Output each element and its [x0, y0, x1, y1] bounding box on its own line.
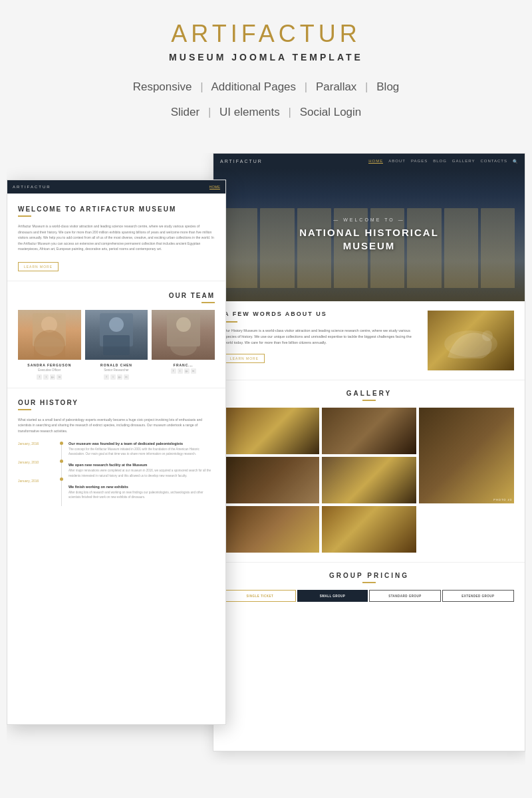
gallery-cell-4: [224, 457, 319, 503]
hero-title: NATIONAL HISTORICAL MUSEUM: [291, 226, 447, 252]
gallery-cell-3: PHOTO #3: [419, 408, 514, 503]
separator-2: |: [305, 80, 307, 93]
back-nav-search-icon: 🔍: [513, 159, 518, 164]
svg-point-9: [176, 317, 191, 332]
history-timeline: January, 2016 January, 2010 January, 201…: [18, 442, 215, 506]
social-gp-2[interactable]: g+: [117, 374, 122, 380]
timeline-items: Our museum was founded by a team of dedi…: [68, 442, 215, 506]
timeline-date-2: January, 2010: [18, 460, 55, 464]
gallery-title: GALLERY: [224, 390, 514, 397]
back-preview: ARTIFACTUR HOME ABOUT PAGES BLOG GALLERY…: [213, 153, 525, 751]
header-section: ARTIFACTUR MUSEUM JOOMLA TEMPLATE Respon…: [0, 0, 532, 140]
timeline-date-1: January, 2016: [18, 442, 55, 446]
gallery-grid: PHOTO #3: [224, 408, 514, 553]
back-about-text: A FEW WORDS ABOUT US Our History Museum …: [224, 311, 420, 370]
svg-point-4: [35, 336, 64, 356]
brand-title: ARTIFACTUR: [13, 20, 519, 48]
back-about-body: Our History Museum is a world-class visi…: [224, 328, 420, 345]
back-nav-pages: PAGES: [411, 159, 428, 164]
social-in-1[interactable]: in: [57, 374, 62, 380]
features-line-1: Responsive | Additional Pages | Parallax…: [13, 76, 519, 98]
feature-parallax: Parallax: [316, 80, 356, 93]
timeline-item-body-2: After major renovations were completed a…: [68, 468, 215, 477]
social-fb-3[interactable]: f: [171, 368, 176, 374]
back-about-image: [428, 311, 514, 370]
front-team-section: OUR TEAM SANDRA FERGUSON Executive Offic: [7, 281, 225, 388]
preview-container: ARTIFACTUR HOME ABOUT PAGES BLOG GALLERY…: [7, 153, 525, 765]
front-nav-logo: ARTIFACTUR: [13, 185, 51, 189]
front-team-title: OUR TEAM: [18, 292, 215, 299]
svg-point-1: [482, 331, 493, 341]
timeline-item-title-2: We open new research facility at the Mus…: [68, 463, 215, 467]
team-name-3: FRANC...: [152, 363, 215, 367]
front-history-underline: [18, 409, 31, 410]
gallery-cell-1: [224, 408, 319, 454]
front-history-body: What started as a small band of paleonto…: [18, 417, 215, 434]
back-nav: ARTIFACTUR HOME ABOUT PAGES BLOG GALLERY…: [213, 154, 525, 168]
gallery-underline: [362, 400, 376, 401]
back-nav-blog: BLOG: [433, 159, 447, 164]
back-about-section: A FEW WORDS ABOUT US Our History Museum …: [213, 301, 525, 380]
timeline-item-title-3: We finish working on new exhibits: [68, 485, 215, 489]
person-3-svg: [154, 310, 213, 360]
back-nav-links: HOME ABOUT PAGES BLOG GALLERY CONTACTS 🔍: [368, 159, 518, 164]
tab-extended-group[interactable]: EXTENDED GROUP: [442, 590, 514, 602]
tab-single-ticket[interactable]: SINGLE TICKET: [224, 590, 296, 602]
timeline-dates: January, 2016 January, 2010 January, 201…: [18, 442, 55, 506]
timeline-line: [61, 442, 62, 506]
gallery-cell-7: [322, 506, 417, 553]
front-learn-more-button[interactable]: LEARN MORE: [18, 262, 59, 271]
front-welcome-section: WELCOME TO ARTIFACTUR MUSEUM Artifactur …: [7, 194, 225, 281]
team-member-3: FRANC... f t g+ in: [152, 310, 215, 380]
timeline-item-2: We open new research facility at the Mus…: [68, 463, 215, 477]
hero-welcome: — WELCOME TO —: [291, 217, 447, 222]
social-tw-2[interactable]: t: [110, 374, 116, 380]
social-gp-1[interactable]: g+: [50, 374, 55, 380]
timeline-dot-1: [60, 442, 63, 445]
timeline-item-title-1: Our museum was founded by a team of dedi…: [68, 442, 215, 446]
separator-3: |: [365, 80, 368, 93]
timeline-item-body-3: After doing lots of research and working…: [68, 490, 215, 499]
front-welcome-title: WELCOME TO ARTIFACTUR MUSEUM: [18, 205, 215, 213]
separator-1: |: [200, 80, 203, 93]
social-in-2[interactable]: in: [124, 374, 129, 380]
feature-slider: Slider: [171, 106, 200, 118]
feature-responsive: Responsive: [133, 80, 192, 93]
tab-standard-group[interactable]: STANDARD GROUP: [369, 590, 441, 602]
front-team-underline: [201, 302, 215, 303]
back-nav-home: HOME: [368, 159, 383, 164]
feature-ui-elements: UI elements: [219, 106, 280, 118]
social-in-3[interactable]: in: [191, 368, 196, 374]
gallery-cell-6: [224, 506, 319, 553]
dino-svg: [434, 317, 507, 367]
front-welcome-body: Artifactur Museum is a world-class visit…: [18, 223, 215, 252]
feature-additional-pages: Additional Pages: [211, 80, 296, 93]
social-tw-3[interactable]: t: [178, 368, 183, 374]
social-fb-2[interactable]: f: [104, 374, 109, 380]
svg-point-10: [170, 337, 197, 356]
social-gp-3[interactable]: g+: [184, 368, 190, 374]
social-tw-1[interactable]: t: [43, 374, 49, 380]
photo-label-3: PHOTO #3: [493, 498, 512, 501]
back-nav-gallery: GALLERY: [452, 159, 475, 164]
timeline-dot-3: [60, 477, 63, 481]
front-history-title: OUR HISTORY: [18, 399, 215, 406]
back-about-title: A FEW WORDS ABOUT US: [224, 311, 420, 317]
features-line-2: Slider | UI elements | Social Login: [13, 101, 519, 124]
team-photo-3: [152, 310, 215, 360]
brand-subtitle: MUSEUM JOOMLA TEMPLATE: [13, 52, 519, 63]
back-about-button[interactable]: LEARN MORE: [224, 354, 265, 363]
person-2-svg: [86, 310, 146, 360]
timeline-item-3: We finish working on new exhibits After …: [68, 485, 215, 499]
timeline-dot-2: [60, 460, 63, 463]
social-fb-1[interactable]: f: [37, 374, 42, 380]
team-photo-2: [85, 310, 148, 360]
back-nav-logo: ARTIFACTUR: [220, 159, 263, 164]
timeline-date-3: January, 2016: [18, 479, 55, 483]
front-nav: ARTIFACTUR HOME: [7, 180, 225, 194]
tab-small-group[interactable]: SMALL GROUP: [297, 590, 368, 602]
team-role-2: Senior Researcher: [85, 368, 148, 372]
timeline-item-body-1: The concept for the Artifactur Museum in…: [68, 447, 215, 456]
front-history-section: OUR HISTORY What started as a small band…: [7, 388, 225, 517]
back-nav-contacts: CONTACTS: [480, 159, 507, 164]
